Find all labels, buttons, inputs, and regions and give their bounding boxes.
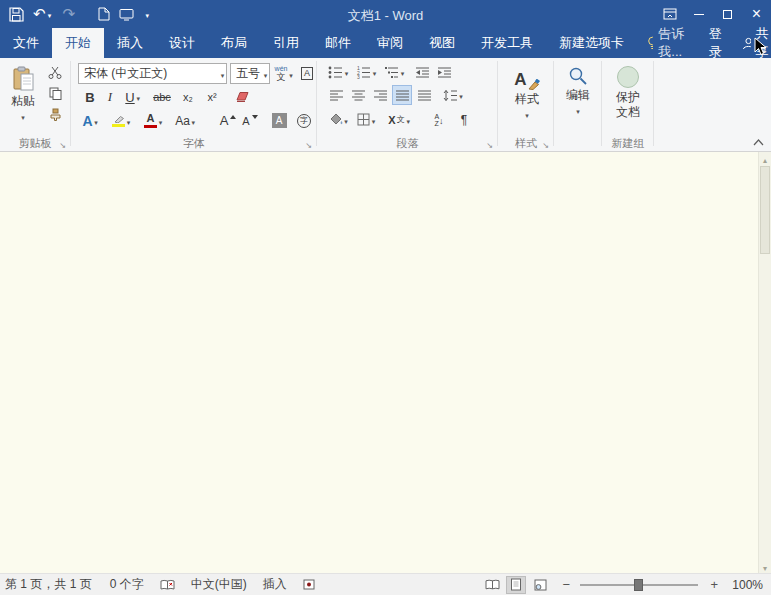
tab-review[interactable]: 审阅 [364,28,416,58]
font-name-combobox[interactable]: 宋体 (中文正文) [78,63,227,84]
clipboard-dialog-launcher[interactable] [57,137,68,148]
enclose-characters-button[interactable]: 字 [293,110,315,131]
superscript-button[interactable]: x² [201,87,223,107]
zoom-in-button[interactable] [706,577,722,592]
chevron-down-icon[interactable] [93,114,100,128]
tab-design[interactable]: 设计 [156,28,208,58]
insert-mode-status[interactable]: 插入 [263,576,287,593]
chevron-down-icon[interactable] [219,67,226,81]
styles-dialog-launcher[interactable] [540,137,551,148]
tab-insert[interactable]: 插入 [104,28,156,58]
change-case-button[interactable]: Aa [172,110,200,131]
zoom-slider-thumb[interactable] [634,579,643,591]
chevron-down-icon[interactable] [125,114,132,128]
tell-me-box[interactable]: 告诉我... [637,28,697,58]
text-effects-button[interactable]: A [78,110,104,131]
print-layout-button[interactable] [506,576,526,594]
align-center-button[interactable] [348,85,368,105]
clear-formatting-button[interactable] [230,87,254,107]
paragraph-dialog-launcher[interactable] [484,137,495,148]
minimize-button[interactable] [684,0,713,28]
align-left-button[interactable] [326,85,346,105]
multilevel-list-button[interactable] [382,62,408,82]
chevron-down-icon[interactable] [343,65,350,79]
chevron-down-icon[interactable] [399,65,406,79]
protect-document-button[interactable]: 保护 文档 [606,61,650,135]
tab-mailings[interactable]: 邮件 [312,28,364,58]
page-number-status[interactable]: 第 1 页，共 1 页 [5,576,92,593]
chevron-down-icon[interactable] [370,113,377,127]
chevron-down-icon[interactable] [46,7,54,21]
font-dialog-launcher[interactable] [303,137,314,148]
save-button[interactable] [9,7,24,22]
collapse-ribbon-button[interactable] [753,139,764,146]
new-document-button[interactable] [98,7,110,21]
chevron-down-icon[interactable] [458,88,465,102]
chevron-down-icon[interactable] [262,67,269,81]
character-border-button[interactable]: A [298,63,316,84]
distribute-text-button[interactable] [414,85,434,105]
tab-custom[interactable]: 新建选项卡 [546,28,637,58]
macro-record-button[interactable] [303,579,315,590]
zoom-slider[interactable] [580,578,698,592]
paste-button[interactable]: 粘贴 [3,61,43,135]
scroll-down-arrow[interactable] [759,560,771,573]
chevron-down-icon[interactable] [371,65,378,79]
bold-button[interactable]: B [80,87,100,107]
tab-file[interactable]: 文件 [0,28,52,58]
shading-button[interactable] [326,109,352,130]
customize-quick-access-button[interactable] [143,7,151,21]
document-canvas[interactable] [0,152,771,573]
font-size-combobox[interactable]: 五号 [230,63,270,84]
touch-mode-button[interactable] [119,8,134,21]
redo-button[interactable] [63,6,76,22]
increase-indent-button[interactable] [434,62,454,82]
cut-button[interactable] [45,63,65,82]
sign-in-button[interactable]: 登录 [697,28,734,58]
shrink-font-button[interactable]: A [240,110,260,131]
chevron-down-icon[interactable] [190,114,197,128]
tab-layout[interactable]: 布局 [208,28,260,58]
numbering-button[interactable]: 123 [354,62,380,82]
text-highlight-button[interactable] [108,110,136,131]
zoom-out-button[interactable] [558,577,574,592]
tab-home[interactable]: 开始 [52,28,104,58]
underline-button[interactable]: U [120,87,147,107]
decrease-indent-button[interactable] [412,62,432,82]
scrollbar-thumb[interactable] [760,166,770,254]
copy-button[interactable] [45,84,65,103]
chevron-down-icon[interactable] [157,114,164,128]
phonetic-guide-button[interactable]: wén 文 [273,63,296,84]
bullets-button[interactable] [326,62,352,82]
font-color-button[interactable]: A [140,110,168,131]
sort-button[interactable]: A Z [428,109,450,130]
chevron-down-icon[interactable] [135,90,142,104]
tab-developer[interactable]: 开发工具 [468,28,546,58]
chevron-down-icon[interactable] [287,67,294,81]
character-shading-button[interactable]: A [268,110,290,131]
vertical-scrollbar[interactable] [758,152,771,573]
undo-button[interactable] [33,6,54,22]
show-hide-marks-button[interactable]: ¶ [454,109,474,130]
ribbon-display-options-button[interactable] [655,0,684,28]
proofing-status-button[interactable] [160,579,175,591]
word-count-status[interactable]: 0 个字 [110,576,144,593]
web-layout-button[interactable] [530,576,550,594]
zoom-level[interactable]: 100% [732,578,763,592]
tab-references[interactable]: 引用 [260,28,312,58]
styles-button[interactable]: A 样式 [505,61,549,135]
close-button[interactable] [742,0,771,28]
italic-button[interactable]: I [101,87,119,107]
borders-button[interactable] [354,109,380,130]
tab-view[interactable]: 视图 [416,28,468,58]
format-painter-button[interactable] [45,105,65,124]
read-mode-button[interactable] [482,576,502,594]
subscript-button[interactable]: x₂ [177,87,199,107]
chevron-down-icon[interactable] [405,113,412,127]
editing-button[interactable]: 编辑 [558,61,598,135]
language-status[interactable]: 中文(中国) [191,576,247,593]
asian-layout-button[interactable]: X 文 [384,109,416,130]
strikethrough-button[interactable]: abc [149,87,175,107]
align-right-button[interactable] [370,85,390,105]
line-spacing-button[interactable] [440,85,467,105]
